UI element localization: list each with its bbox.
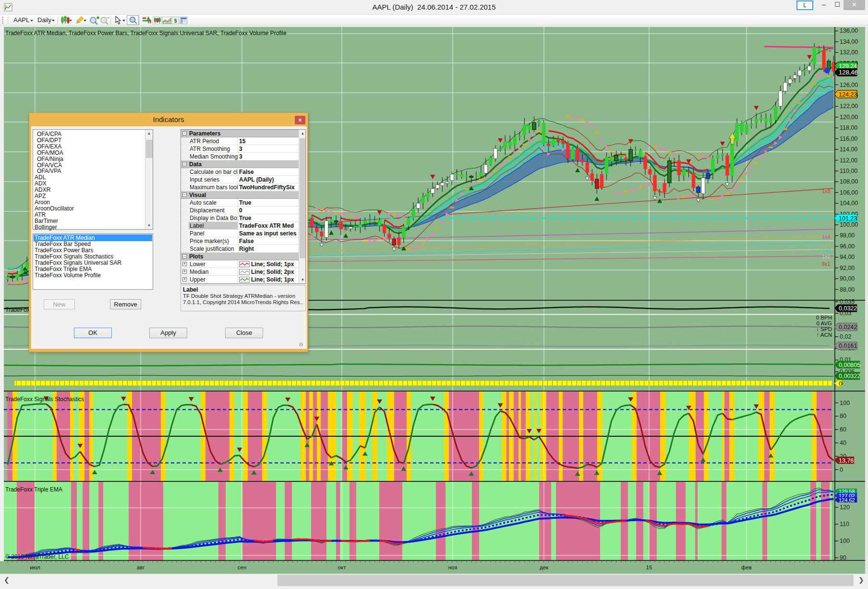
svg-text:0,02: 0,02 (840, 333, 851, 340)
svg-text:13,76: 13,76 (839, 457, 854, 464)
svg-text:80: 80 (840, 413, 846, 419)
svg-text:0 BPH: 0 BPH (816, 315, 832, 320)
svg-text:TradeFoxx Signals Stochastics: TradeFoxx Signals Stochastics (5, 396, 84, 403)
svg-text:88,00: 88,00 (840, 286, 855, 293)
svg-text:134,00: 134,00 (840, 38, 858, 45)
svg-text:122,00: 122,00 (840, 103, 858, 110)
svg-text:TradeFoxx Triple EMA: TradeFoxx Triple EMA (5, 486, 62, 493)
svg-text:120,00: 120,00 (840, 114, 858, 121)
svg-text:92,00: 92,00 (840, 265, 855, 271)
svg-text:114,00: 114,00 (840, 146, 857, 153)
svg-text:1x1: 1x1 (822, 254, 831, 259)
svg-text:98,00: 98,00 (840, 232, 855, 239)
svg-text:$: $ (174, 18, 177, 24)
svg-text:0,0322: 0,0322 (839, 305, 857, 312)
svg-text:90: 90 (840, 554, 846, 561)
svg-text:40: 40 (840, 440, 846, 446)
svg-text:110: 110 (840, 521, 849, 528)
svg-text:132,00: 132,00 (840, 49, 858, 56)
svg-text:0,00322: 0,00322 (839, 373, 860, 380)
svg-text:дек: дек (540, 564, 549, 570)
svg-text:100: 100 (840, 538, 850, 544)
svg-text:авг: авг (137, 564, 145, 570)
svg-text:120: 120 (840, 504, 850, 511)
svg-text:100: 100 (840, 400, 850, 406)
svg-text:1x3: 1x3 (822, 241, 831, 246)
svg-text:0,00805: 0,00805 (839, 362, 860, 368)
svg-text:8x1: 8x1 (822, 261, 831, 267)
svg-text:0: 0 (840, 466, 843, 473)
svg-text:0,0242: 0,0242 (839, 324, 857, 331)
svg-text:100,00: 100,00 (840, 221, 858, 228)
svg-text:15: 15 (646, 564, 652, 570)
svg-text:110,00: 110,00 (840, 168, 857, 174)
svg-text:1x4: 1x4 (822, 234, 831, 240)
svg-text:108,00: 108,00 (840, 178, 858, 185)
svg-text:96,00: 96,00 (840, 243, 855, 250)
svg-text:сен: сен (238, 564, 247, 570)
svg-text:104,00: 104,00 (840, 200, 858, 207)
svg-text:1x8: 1x8 (822, 188, 831, 194)
svg-text:60: 60 (840, 426, 846, 433)
svg-text:0: 0 (839, 380, 842, 387)
svg-text:128,46: 128,46 (839, 69, 858, 76)
svg-text:0 AVG: 0 AVG (817, 320, 832, 326)
svg-text:112,00: 112,00 (840, 157, 857, 164)
svg-text:TradeFoxx ATR Median, TradeFox: TradeFoxx ATR Median, TradeFoxx Power Ba… (5, 30, 287, 37)
svg-text:126,00: 126,00 (840, 82, 858, 88)
svg-text:106,00: 106,00 (840, 189, 858, 196)
svg-text:↑ ACN: ↑ ACN (816, 332, 832, 338)
svg-text:136,00: 136,00 (840, 27, 858, 34)
svg-text:ноя: ноя (448, 564, 458, 570)
svg-text:124,62: 124,62 (839, 497, 855, 503)
svg-text:90,00: 90,00 (840, 275, 855, 282)
svg-text:июл: июл (30, 564, 40, 570)
svg-text:фев: фев (741, 564, 752, 570)
svg-text:1x2: 1x2 (822, 247, 831, 253)
svg-text:↓ SPD: ↓ SPD (816, 326, 832, 332)
svg-text:116,00: 116,00 (840, 135, 857, 142)
svg-text:118,00: 118,00 (840, 124, 857, 131)
svg-text:124,23: 124,23 (839, 91, 857, 98)
svg-text:94,00: 94,00 (840, 254, 855, 260)
svg-text:окт: окт (338, 564, 347, 570)
svg-text:0,035: 0,035 (840, 298, 855, 305)
svg-text:© 2015 NinjaTrader, LLC: © 2015 NinjaTrader, LLC (5, 553, 69, 560)
svg-text:101,23: 101,23 (839, 215, 857, 222)
svg-text:0,0161: 0,0161 (839, 343, 857, 349)
